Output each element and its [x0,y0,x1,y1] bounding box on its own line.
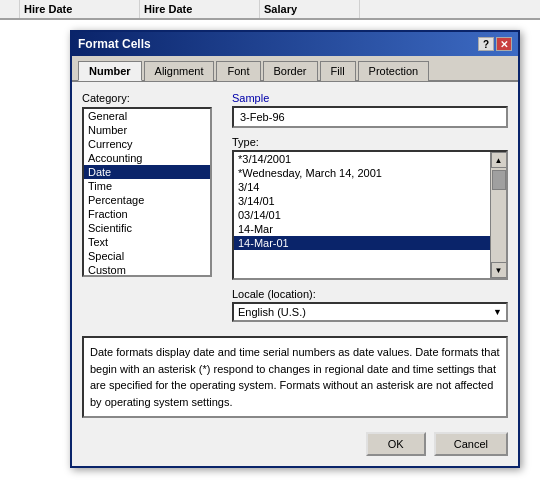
locale-section: Locale (location): English (U.S.) ▼ [232,288,508,322]
tab-border[interactable]: Border [263,61,318,81]
category-percentage[interactable]: Percentage [84,193,210,207]
col-hire-date-2: Hire Date [140,0,260,18]
dialog-close-button[interactable]: ✕ [496,37,512,51]
column-header-row: Hire Date Hire Date Salary [0,0,540,20]
category-section: Category: General Number Currency Accoun… [82,92,222,328]
category-list[interactable]: General Number Currency Accounting Date … [82,107,212,277]
scroll-thumb[interactable] [492,170,506,190]
tab-font[interactable]: Font [216,61,260,81]
type-item-5[interactable]: 14-Mar [234,222,490,236]
dialog-body: Category: General Number Currency Accoun… [72,82,518,466]
type-item-1[interactable]: *Wednesday, March 14, 2001 [234,166,490,180]
locale-value: English (U.S.) [238,306,306,318]
type-list-scrollbar[interactable]: ▲ ▼ [490,152,506,278]
type-item-4[interactable]: 03/14/01 [234,208,490,222]
type-list[interactable]: *3/14/2001 *Wednesday, March 14, 2001 3/… [232,150,508,280]
type-item-2[interactable]: 3/14 [234,180,490,194]
locale-dropdown-arrow[interactable]: ▼ [493,307,502,317]
category-special[interactable]: Special [84,249,210,263]
col-salary: Salary [260,0,360,18]
row-num-header [0,0,20,18]
titlebar-buttons: ? ✕ [478,37,512,51]
category-number[interactable]: Number [84,123,210,137]
tab-fill[interactable]: Fill [320,61,356,81]
sample-label: Sample [232,92,508,104]
ok-button[interactable]: OK [366,432,426,456]
help-button[interactable]: ? [478,37,494,51]
dialog-footer: OK Cancel [82,426,508,456]
type-item-6[interactable]: 14-Mar-01 [234,236,490,250]
category-label: Category: [82,92,222,104]
sample-section: Sample 3-Feb-96 [232,92,508,128]
category-currency[interactable]: Currency [84,137,210,151]
category-text[interactable]: Text [84,235,210,249]
tab-protection[interactable]: Protection [358,61,430,81]
description-box: Date formats display date and time seria… [82,336,508,418]
tab-number[interactable]: Number [78,61,142,81]
cancel-button[interactable]: Cancel [434,432,508,456]
type-item-3[interactable]: 3/14/01 [234,194,490,208]
dialog-tabs: Number Alignment Font Border Fill Protec… [72,56,518,82]
locale-dropdown[interactable]: English (U.S.) ▼ [232,302,508,322]
type-list-inner: *3/14/2001 *Wednesday, March 14, 2001 3/… [234,152,506,250]
locale-label: Locale (location): [232,288,508,300]
type-item-0[interactable]: *3/14/2001 [234,152,490,166]
format-cells-dialog: Format Cells ? ✕ Number Alignment Font B… [70,30,520,468]
category-fraction[interactable]: Fraction [84,207,210,221]
scroll-up-arrow[interactable]: ▲ [491,152,507,168]
scroll-down-arrow[interactable]: ▼ [491,262,507,278]
dialog-content: Category: General Number Currency Accoun… [82,92,508,328]
type-section: Type: *3/14/2001 *Wednesday, March 14, 2… [232,136,508,280]
tab-alignment[interactable]: Alignment [144,61,215,81]
category-custom[interactable]: Custom [84,263,210,277]
dialog-title: Format Cells [78,37,151,51]
sample-value: 3-Feb-96 [232,106,508,128]
category-time[interactable]: Time [84,179,210,193]
category-scientific[interactable]: Scientific [84,221,210,235]
category-general[interactable]: General [84,109,210,123]
right-panel: Sample 3-Feb-96 Type: *3/14/2001 *Wednes… [232,92,508,328]
col-hire-date-1: Hire Date [20,0,140,18]
category-accounting[interactable]: Accounting [84,151,210,165]
dialog-titlebar: Format Cells ? ✕ [72,32,518,56]
type-label: Type: [232,136,508,148]
category-date[interactable]: Date [84,165,210,179]
